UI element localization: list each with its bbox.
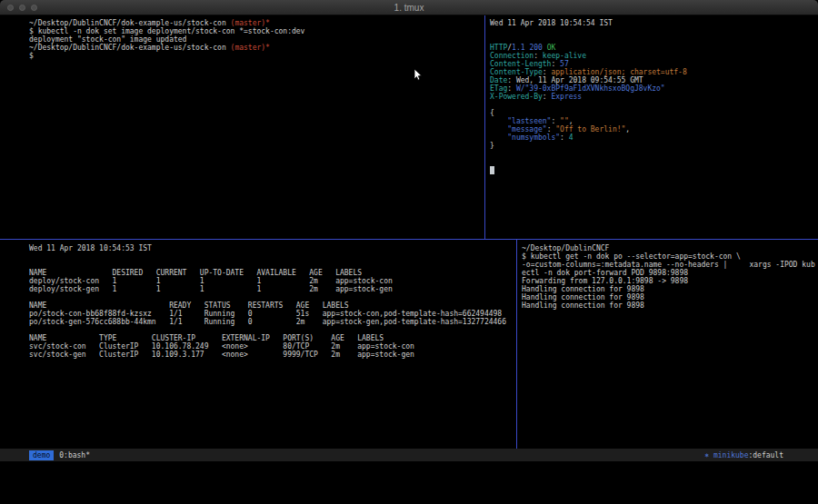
terminal-line: Handling connection for 9898	[522, 285, 816, 293]
terminal-line: ETag: W/"39-0xBPf9aF1dXVNkhsxoBQgJ8vKzo"	[490, 84, 816, 93]
window-title: 1. tmux	[394, 3, 424, 13]
pane-http-response[interactable]: Wed 11 Apr 2018 10:54:54 ISTHTTP/1.1 200…	[485, 15, 818, 239]
terminal-line: "message": "Off to Berlin!",	[490, 125, 816, 133]
terminal-line: deploy/stock-gen 1 1 1 1 2m app=stock-ge…	[29, 285, 514, 293]
terminal-line: Connection: keep-alive	[490, 52, 816, 60]
status-left: demo 0:bash*	[0, 450, 90, 460]
terminal-line: Handling connection for 9898	[522, 301, 816, 310]
terminal-line	[490, 158, 816, 166]
terminal-line: Wed 11 Apr 2018 10:54:54 IST	[490, 19, 816, 27]
terminal-line	[490, 166, 816, 174]
terminal-line	[490, 27, 816, 35]
kube-context-indicator: ⎈ minikube:default	[704, 451, 818, 460]
terminal-line: ~/Desktop/DublinCNCF	[522, 244, 816, 252]
terminal-line: $ kubectl get -n dok po --selector=app=s…	[522, 252, 816, 261]
terminal-line: svc/stock-gen ClusterIP 10.109.3.177 <no…	[29, 351, 514, 359]
window-controls	[7, 5, 37, 11]
pane-border-horizontal[interactable]	[0, 239, 818, 240]
terminal-line	[29, 326, 514, 334]
terminal-line	[490, 150, 816, 158]
terminal-line	[490, 35, 816, 44]
terminal-line: Forwarding from 127.0.0.1:9898 -> 9898	[522, 277, 816, 285]
terminal-line: po/stock-con-bb68f88fd-kzsxz 1/1 Running…	[29, 310, 514, 318]
terminal-line: Content-Length: 57	[490, 60, 816, 68]
terminal-line: {	[490, 109, 816, 117]
tmux-status-bar: demo 0:bash* ⎈ minikube:default	[0, 449, 818, 461]
block-cursor	[490, 166, 494, 174]
terminal-line: -o=custom-columns=:metadata.name --no-he…	[522, 261, 816, 269]
session-name-badge[interactable]: demo	[29, 450, 54, 460]
terminal-line: Wed 11 Apr 2018 10:54:53 IST	[29, 244, 514, 252]
pane-kubectl-watch[interactable]: Wed 11 Apr 2018 10:54:53 ISTNAME DESIRED…	[0, 240, 516, 449]
terminal-line: ectl -n dok port-forward POD 9898:9898	[522, 269, 816, 277]
terminal-line	[29, 293, 514, 301]
terminal-line: deploy/stock-con 1 1 1 1 2m app=stock-co…	[29, 277, 514, 285]
pane-border-vertical-bottom[interactable]	[516, 240, 517, 449]
terminal-line: HTTP/1.1 200 OK	[490, 44, 816, 52]
terminal-line: NAME DESIRED CURRENT UP-TO-DATE AVAILABL…	[29, 269, 514, 277]
zoom-button[interactable]	[31, 5, 37, 11]
terminal-line: }	[490, 142, 816, 150]
terminal-line: $ kubectl -n dok set image deployment/st…	[29, 27, 483, 35]
terminal-line	[29, 261, 514, 269]
window-titlebar: 1. tmux	[0, 0, 818, 15]
terminal-line: Date: Wed, 11 Apr 2018 09:54:55 GMT	[490, 76, 816, 84]
window-indicator[interactable]: 0:bash*	[59, 451, 90, 460]
terminal-line: svc/stock-con ClusterIP 10.106.78.249 <n…	[29, 342, 514, 351]
terminal-line: NAME READY STATUS RESTARTS AGE LABELS	[29, 301, 514, 310]
terminal-line: deployment "stock-con" image updated	[29, 35, 483, 44]
terminal-line: "numsymbols": 4	[490, 133, 816, 142]
terminal-line: NAME TYPE CLUSTER-IP EXTERNAL-IP PORT(S)…	[29, 334, 514, 342]
pane-shell-top-left[interactable]: ~/Desktop/DublinCNCF/dok-example-us/stoc…	[0, 15, 484, 239]
terminal-line: "lastseen": "",	[490, 117, 816, 125]
terminal-line	[490, 101, 816, 109]
pane-port-forward[interactable]: ~/Desktop/DublinCNCF$ kubectl get -n dok…	[517, 240, 818, 449]
terminal-line: po/stock-gen-576cc688bb-44kmn 1/1 Runnin…	[29, 318, 514, 326]
terminal-line: X-Powered-By: Express	[490, 93, 816, 101]
close-button[interactable]	[7, 5, 14, 11]
minimize-button[interactable]	[19, 5, 25, 11]
pane-border-vertical-top[interactable]	[484, 15, 485, 239]
terminal-line: Content-Type: application/json; charset=…	[490, 68, 816, 76]
terminal-line: ~/Desktop/DublinCNCF/dok-example-us/stoc…	[29, 19, 483, 27]
mouse-pointer	[414, 69, 423, 81]
terminal-window: 1. tmux ~/Desktop/DublinCNCF/dok-example…	[0, 0, 818, 461]
terminal-line: ~/Desktop/DublinCNCF/dok-example-us/stoc…	[29, 44, 483, 52]
terminal-line	[29, 252, 514, 261]
terminal-line: $	[29, 52, 483, 60]
terminal-line: Handling connection for 9898	[522, 293, 816, 301]
